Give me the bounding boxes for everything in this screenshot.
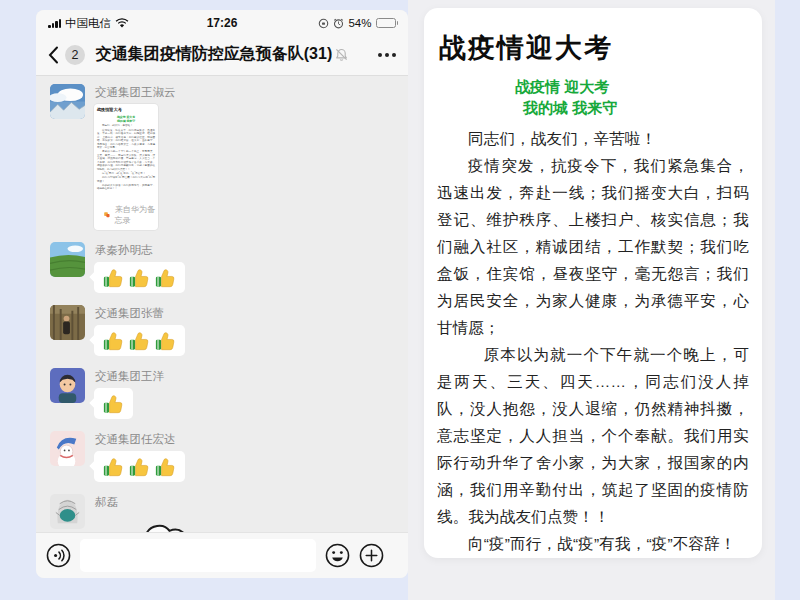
battery-icon	[376, 18, 399, 28]
chat-input-bar	[36, 532, 408, 578]
memo-title: 战疫情迎大考	[439, 30, 749, 66]
message-row: 郝磊	[36, 486, 408, 532]
thumbs-up-emoji	[103, 456, 124, 477]
message-bubble[interactable]	[94, 325, 185, 356]
avatar[interactable]	[50, 431, 85, 466]
chat-title: 交通集团疫情防控应急预备队(31)	[96, 44, 332, 65]
message-row: 交通集团张蕾	[36, 297, 408, 356]
thumbs-up-emoji	[129, 456, 150, 477]
avatar[interactable]	[50, 494, 85, 529]
memo-paragraph: 同志们，战友们，辛苦啦！	[437, 125, 749, 152]
shared-note-card[interactable]: 战疫情迎大考 战疫情 迎大考 我的城 我来守 同志们，战友们，辛苦啦！ 疫情突发…	[94, 104, 158, 230]
memo-body: 同志们，战友们，辛苦啦！ 疫情突发，抗疫令下，我们紧急集合，迅速出发，奔赴一线；…	[437, 125, 749, 558]
thumbs-up-emoji	[103, 267, 124, 288]
memo-document-card: 战疫情迎大考 战疫情 迎大考 我的城 我来守 同志们，战友们，辛苦啦！ 疫情突发…	[424, 8, 762, 558]
thumbs-up-emoji	[129, 330, 150, 351]
note-preview-title: 战疫情迎大考	[97, 107, 155, 113]
emoji-button smiley-icon[interactable]	[325, 543, 350, 568]
more-menu-button ellipsis-icon[interactable]	[378, 53, 396, 57]
message-bubble[interactable]	[94, 388, 133, 419]
memo-paragraph: 原本以为就一个下午就一个晚上，可是两天、三天、四天……，同志们没人掉队，没人抱怨…	[437, 341, 749, 530]
sender-name: 郝磊	[95, 495, 192, 510]
voice-message-button voice-wave-icon[interactable]	[46, 543, 71, 568]
unread-count-badge[interactable]: 2	[65, 45, 85, 65]
sender-name: 交通集团王洋	[95, 369, 164, 384]
message-bubble[interactable]	[94, 451, 185, 482]
back-button chevron-left-icon[interactable]	[48, 46, 59, 64]
sender-name: 承秦孙明志	[95, 243, 185, 258]
chat-header: 2 交通集团疫情防控应急预备队(31)	[36, 34, 408, 76]
message-row: 交通集团王淑云 战疫情迎大考 战疫情 迎大考 我的城 我来守 同志们，战友们，辛…	[36, 76, 408, 230]
bell-muted-icon	[335, 48, 348, 61]
sender-name: 交通集团任宏达	[95, 432, 185, 447]
message-row: 交通集团王洋	[36, 360, 408, 419]
background-strip	[775, 0, 800, 600]
thumbs-up-emoji	[103, 330, 124, 351]
thumbs-up-emoji	[103, 393, 124, 414]
sender-name: 交通集团张蕾	[95, 306, 185, 321]
thumbs-up-emoji	[155, 456, 176, 477]
message-bubble[interactable]	[94, 262, 185, 293]
huawei-notes-icon	[103, 210, 111, 220]
avatar[interactable]	[50, 368, 85, 403]
message-text-input[interactable]	[80, 539, 316, 572]
alarm-clock-icon	[333, 18, 344, 29]
message-row: 承秦孙明志	[36, 234, 408, 293]
memo-paragraph: 向“疫”而行，战“疫”有我，“疫”不容辞！	[437, 530, 749, 557]
avatar[interactable]	[50, 242, 85, 277]
chat-message-list[interactable]: 交通集团王淑云 战疫情迎大考 战疫情 迎大考 我的城 我来守 同志们，战友们，辛…	[36, 76, 408, 532]
avatar[interactable]	[50, 84, 85, 119]
avatar[interactable]	[50, 305, 85, 340]
fist-sticker[interactable]	[120, 516, 192, 532]
thumbs-up-emoji	[155, 267, 176, 288]
battery-percent-label: 54%	[348, 17, 371, 29]
add-attachment-button plus-circle-icon[interactable]	[359, 543, 384, 568]
sender-name: 交通集团王淑云	[95, 85, 176, 100]
memo-paragraph: 疫情突发，抗疫令下，我们紧急集合，迅速出发，奔赴一线；我们摇变大白，扫码登记、维…	[437, 152, 749, 341]
wechat-phone-screenshot: 中国电信 17:26 54%	[36, 10, 408, 578]
thumbs-up-emoji	[155, 330, 176, 351]
rotation-lock-icon	[318, 18, 329, 29]
memo-subtitle-line: 战疫情 迎大考	[515, 76, 749, 97]
memo-subtitle-line: 我的城 我来守	[523, 97, 749, 118]
message-row: 交通集团任宏达	[36, 423, 408, 482]
thumbs-up-emoji	[129, 267, 150, 288]
status-bar: 中国电信 17:26 54%	[36, 10, 408, 34]
memo-panel: 战疫情迎大考 战疫情 迎大考 我的城 我来守 同志们，战友们，辛苦啦！ 疫情突发…	[408, 0, 775, 600]
memo-paragraph: 我们为守城有“我”而自豪！我们为大白有“我”而骄傲！	[437, 557, 749, 558]
